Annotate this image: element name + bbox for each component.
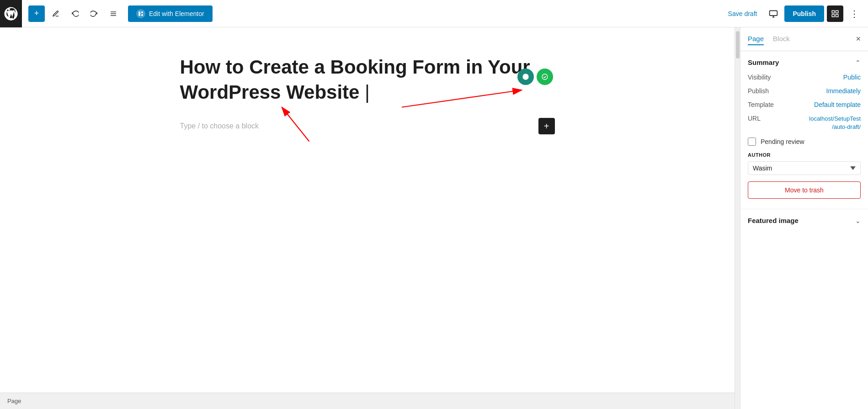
grammar-icon[interactable] — [537, 69, 553, 85]
settings-button[interactable] — [827, 5, 843, 22]
featured-image-title: Featured image — [748, 217, 799, 224]
svg-rect-5 — [141, 14, 143, 16]
featured-image-section: Featured image ⌄ — [740, 209, 868, 232]
editor-content: How to Create a Booking Form in Your Wor… — [162, 27, 573, 393]
pen-tool-button[interactable] — [48, 5, 64, 22]
undo-button[interactable] — [67, 5, 83, 22]
edit-with-elementor-button[interactable]: Edit with Elementor — [128, 5, 213, 22]
add-block-inline-button[interactable]: + — [538, 118, 555, 134]
sidebar-close-button[interactable]: × — [856, 34, 861, 44]
visibility-label: Visibility — [748, 74, 771, 81]
block-placeholder[interactable]: Type / to choose a block — [180, 118, 533, 134]
save-draft-button[interactable]: Save draft — [723, 6, 763, 21]
floating-toolbar — [517, 69, 553, 85]
editor-area: How to Create a Booking Form in Your Wor… — [0, 27, 735, 409]
editor-scrollbar[interactable] — [735, 27, 740, 409]
publish-button[interactable]: Publish — [784, 5, 824, 22]
publish-row: Publish Immediately — [748, 87, 861, 95]
toolbar: + Edit with Elementor Save draft Publish… — [0, 0, 868, 27]
pending-review-row: Pending review — [748, 138, 861, 146]
edit-elementor-label: Edit with Elementor — [149, 10, 204, 17]
svg-rect-4 — [141, 11, 143, 13]
publish-label: Publish — [748, 87, 769, 95]
featured-image-header: Featured image ⌄ — [748, 217, 861, 224]
summary-title: Summary — [748, 58, 779, 66]
svg-rect-3 — [138, 11, 140, 16]
pending-review-checkbox[interactable] — [748, 138, 756, 146]
svg-rect-7 — [832, 11, 834, 13]
move-to-trash-button[interactable]: Move to trash — [748, 181, 861, 199]
more-options-button[interactable]: ⋮ — [846, 5, 863, 22]
list-view-button[interactable] — [105, 5, 122, 22]
main-area: How to Create a Booking Form in Your Wor… — [0, 27, 868, 409]
template-label: Template — [748, 101, 774, 108]
post-title[interactable]: How to Create a Booking Form in Your Wor… — [180, 55, 555, 105]
visibility-value[interactable]: Public — [843, 74, 861, 81]
svg-rect-10 — [836, 14, 838, 16]
tab-page[interactable]: Page — [748, 33, 764, 45]
url-label: URL — [748, 115, 761, 122]
svg-rect-6 — [770, 11, 777, 16]
page-footer: Page — [0, 393, 735, 409]
sidebar-panel: Page Block × Summary ⌃ Visibility Public… — [740, 27, 868, 409]
redo-button[interactable] — [86, 5, 102, 22]
sidebar-header: Page Block × — [740, 27, 868, 51]
footer-page-label: Page — [7, 398, 21, 404]
template-value[interactable]: Default template — [814, 101, 861, 108]
svg-rect-8 — [836, 11, 838, 13]
featured-image-collapse-button[interactable]: ⌄ — [855, 217, 861, 224]
author-section: AUTHOR Wasim — [748, 152, 861, 175]
summary-header: Summary ⌃ — [748, 58, 861, 66]
author-select[interactable]: Wasim — [748, 161, 861, 175]
svg-rect-9 — [832, 14, 834, 16]
url-value[interactable]: localhost/SetupTest /auto-draft/ — [809, 115, 861, 131]
hint-icon[interactable] — [517, 69, 534, 85]
wp-logo — [0, 0, 22, 27]
scrollbar-thumb[interactable] — [736, 31, 740, 58]
summary-collapse-button[interactable]: ⌃ — [855, 59, 861, 66]
tab-block[interactable]: Block — [773, 33, 790, 45]
visibility-row: Visibility Public — [748, 74, 861, 81]
summary-section: Summary ⌃ Visibility Public Publish Imme… — [740, 51, 868, 209]
author-label: AUTHOR — [748, 152, 861, 158]
add-block-toolbar-button[interactable]: + — [28, 5, 45, 22]
template-row: Template Default template — [748, 101, 861, 108]
elementor-icon — [136, 9, 145, 18]
pending-review-label: Pending review — [761, 138, 804, 145]
preview-button[interactable] — [765, 5, 782, 22]
url-row: URL localhost/SetupTest /auto-draft/ — [748, 115, 861, 131]
publish-value[interactable]: Immediately — [826, 87, 861, 95]
